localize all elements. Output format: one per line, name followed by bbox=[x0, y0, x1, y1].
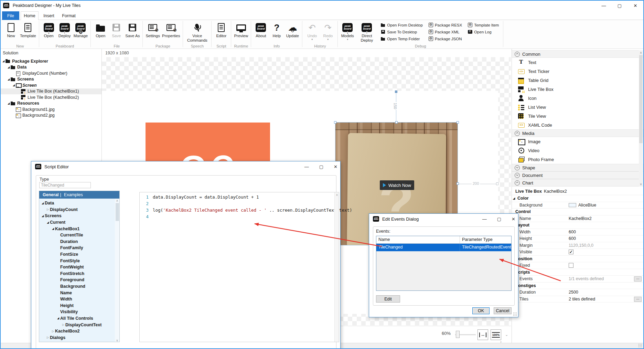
script-tree-item[interactable]: Dialogs bbox=[39, 334, 119, 341]
debug-small-button[interactable]: Open Temp Folder bbox=[381, 36, 423, 42]
solution-tree-item[interactable]: Background2.jpg bbox=[0, 113, 101, 119]
toolbox-scrollbar[interactable]: ∧ ∨ bbox=[639, 50, 643, 187]
property-height[interactable]: Height600 bbox=[512, 235, 644, 242]
debug-small-button[interactable]: Open From Desktop bbox=[381, 22, 423, 28]
open-file-button[interactable]: Open bbox=[93, 21, 108, 38]
script-tree-item[interactable]: Data bbox=[39, 200, 119, 207]
chevron-down-icon[interactable]: ⌄ bbox=[505, 332, 508, 337]
maximize-button[interactable]: ▢ bbox=[497, 216, 501, 222]
expander-icon[interactable] bbox=[51, 330, 55, 333]
models-button[interactable]: peakboard↓Models▾ bbox=[340, 21, 355, 41]
solution-tree-item[interactable]: Background1.jpg bbox=[0, 106, 101, 113]
solution-tree-item[interactable]: Resources bbox=[0, 101, 101, 107]
save-as-button[interactable]: Save As bbox=[124, 21, 141, 38]
script-tree-item[interactable]: FontFamily bbox=[39, 245, 119, 251]
solution-tree-item[interactable]: Screens bbox=[0, 76, 101, 83]
tree-panel-header[interactable]: General | Examples bbox=[39, 191, 119, 199]
properties-button[interactable]: ⚙Properties bbox=[161, 21, 181, 38]
section-color[interactable]: Color bbox=[512, 195, 644, 202]
toolbox-item[interactable]: Table Grid bbox=[512, 76, 643, 85]
script-editor-title-bar[interactable]: peakboard Script Editor — ▢ ✕ bbox=[31, 161, 340, 172]
property-duration[interactable]: Duration2500 bbox=[512, 289, 644, 296]
events-ellipsis-button[interactable]: ... bbox=[634, 276, 642, 282]
close-button[interactable]: ✕ bbox=[512, 216, 515, 222]
help-button[interactable]: ?Help bbox=[269, 21, 285, 38]
peakboard-open-button[interactable]: peakboard↓Open bbox=[41, 21, 57, 38]
property-margin[interactable]: Margin1120,150,0,0 bbox=[512, 242, 644, 249]
property-tiles[interactable]: Tiles2 tiles defined... bbox=[512, 296, 644, 303]
redo-button[interactable]: ↷Redo▾ bbox=[320, 21, 336, 41]
script-tree-item[interactable]: Current bbox=[39, 219, 119, 226]
toolbox-section-chart[interactable]: Chart bbox=[512, 179, 643, 187]
resize-grip[interactable] bbox=[638, 343, 642, 348]
direct-deploy-button[interactable]: peakboard↑Direct Deploy bbox=[355, 21, 378, 42]
scroll-up-icon[interactable]: ∧ bbox=[335, 193, 339, 197]
script-tree-item[interactable]: Foreground bbox=[39, 277, 119, 283]
solution-tree-item[interactable]: Package Explorer bbox=[0, 58, 101, 64]
script-tree-item[interactable]: Duration bbox=[39, 239, 119, 245]
voice-commands-button[interactable]: Voice Commands bbox=[185, 21, 210, 42]
expander-icon[interactable] bbox=[7, 102, 11, 105]
scroll-down-icon[interactable]: ∨ bbox=[115, 339, 119, 342]
solution-tree-item[interactable]: Live Tile Box (KachelBox1) bbox=[0, 88, 101, 95]
toolbox-item[interactable]: Text bbox=[512, 58, 643, 67]
script-tree-item[interactable]: Background bbox=[39, 283, 119, 290]
minimize-button[interactable]: — bbox=[596, 1, 612, 10]
debug-small-button[interactable]: Package XML bbox=[429, 29, 462, 35]
zoom-100-button[interactable]: 100% bbox=[491, 329, 501, 340]
expander-icon[interactable] bbox=[512, 197, 516, 200]
template-button[interactable]: Template bbox=[19, 21, 37, 38]
close-button[interactable]: ✕ bbox=[334, 164, 337, 169]
toolbox-item[interactable]: Text Ticker bbox=[512, 67, 643, 76]
solution-tree-item[interactable]: DisplayCount (Number) bbox=[0, 70, 101, 76]
tiles-ellipsis-button[interactable]: ... bbox=[634, 297, 642, 302]
property-name[interactable]: NameKachelBox2 bbox=[512, 215, 644, 222]
selection-handle[interactable] bbox=[334, 121, 336, 124]
debug-small-button[interactable]: Save To Desktop bbox=[381, 29, 423, 35]
expander-icon[interactable] bbox=[7, 66, 11, 69]
expander-icon[interactable] bbox=[46, 336, 50, 339]
property-background[interactable]: BackgroundAliceBlue bbox=[512, 202, 644, 209]
manage-button[interactable]: peakboard⚙Manage bbox=[73, 21, 89, 38]
debug-small-button[interactable]: Template Item bbox=[468, 22, 499, 28]
tab-format[interactable]: Format bbox=[59, 11, 78, 20]
script-tree-item[interactable]: Width bbox=[39, 296, 119, 303]
solution-tree-item[interactable]: Live Tile Box (KachelBox2) bbox=[0, 94, 101, 101]
tab-home[interactable]: Home bbox=[21, 11, 39, 20]
toolbox-item[interactable]: XAML Code bbox=[512, 120, 643, 129]
column-header-name[interactable]: Name bbox=[376, 236, 460, 243]
about-button[interactable]: peakboardAbout bbox=[253, 21, 269, 38]
scrollbar-thumb[interactable] bbox=[639, 55, 643, 143]
expander-icon[interactable] bbox=[46, 208, 50, 211]
checkbox-unchecked[interactable] bbox=[569, 263, 573, 268]
ok-button[interactable]: OK bbox=[472, 307, 490, 314]
script-tree-item[interactable]: DisplayCount bbox=[39, 207, 119, 213]
events-dialog-title-bar[interactable]: peakboard Edit Events Dialog — ▢ ✕ bbox=[369, 214, 518, 224]
maximize-button[interactable]: ▢ bbox=[612, 1, 627, 10]
expander-icon[interactable] bbox=[7, 78, 11, 81]
script-tree-item[interactable]: Screens bbox=[39, 213, 119, 219]
script-tree-item[interactable]: Visibility bbox=[39, 309, 119, 315]
tab-file[interactable]: File bbox=[2, 11, 19, 20]
expander-icon[interactable] bbox=[56, 317, 60, 320]
zoom-slider-thumb[interactable] bbox=[456, 331, 460, 338]
expander-icon[interactable] bbox=[51, 227, 55, 230]
script-tree-item[interactable]: CurrentTile bbox=[39, 232, 119, 239]
settings-button[interactable]: ⚙Settings bbox=[144, 21, 161, 38]
toolbox-item[interactable]: Image bbox=[512, 137, 643, 146]
close-button[interactable]: ✕ bbox=[627, 1, 643, 10]
tab-insert[interactable]: Insert bbox=[40, 11, 58, 20]
resize-grip[interactable] bbox=[513, 312, 517, 316]
type-input[interactable]: TileChanged bbox=[39, 182, 91, 188]
expander-icon[interactable] bbox=[12, 84, 16, 87]
script-tree-item[interactable]: DisplayCountText bbox=[39, 321, 119, 328]
toolbox-item[interactable]: Icon bbox=[512, 94, 643, 103]
toolbox-section-document[interactable]: Document bbox=[512, 171, 643, 179]
code-editor[interactable]: 1data.DisplayCount = data.DisplayCount +… bbox=[139, 192, 339, 342]
scroll-up-icon[interactable]: ∧ bbox=[639, 51, 643, 54]
script-tree-item[interactable]: Height bbox=[39, 303, 119, 309]
checkbox-checked[interactable]: ✓ bbox=[569, 250, 573, 254]
undo-button[interactable]: ↶Undo▾ bbox=[304, 21, 320, 41]
update-button[interactable]: ☁↻Update bbox=[285, 21, 300, 38]
script-tree-item[interactable]: All Tile Controls bbox=[39, 315, 119, 322]
